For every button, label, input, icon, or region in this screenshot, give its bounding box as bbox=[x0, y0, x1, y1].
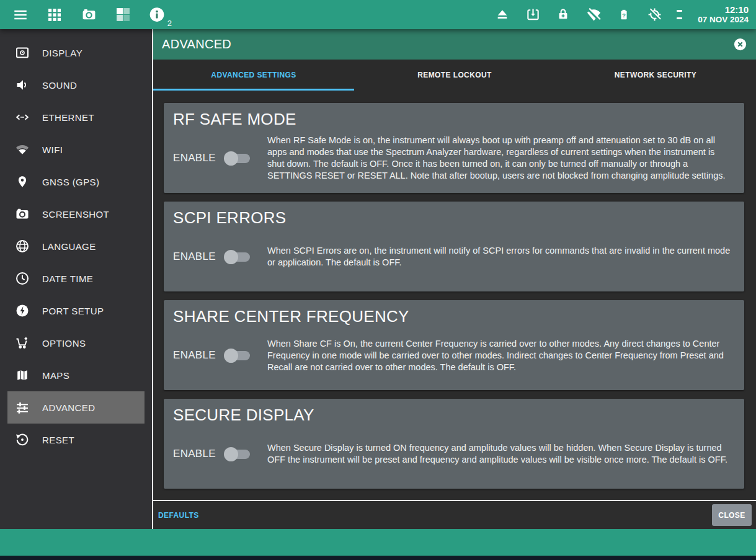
sidebar-item-label: DATE TIME bbox=[42, 273, 93, 284]
sidebar-item-advanced[interactable]: ADVANCED bbox=[7, 391, 145, 424]
enable-label: ENABLE bbox=[173, 251, 216, 263]
card-title: SCPI ERRORS bbox=[173, 207, 733, 228]
screenshot-camera-icon bbox=[15, 207, 30, 221]
sidebar-item-screenshot[interactable]: SCREENSHOT bbox=[7, 198, 145, 230]
eject-icon[interactable] bbox=[494, 6, 510, 22]
sidebar-item-label: GNSS (GPS) bbox=[42, 177, 99, 187]
share-center-frequency-card: SHARE CENTER FREQUENCY ENABLE When Share… bbox=[164, 300, 744, 390]
tab-label: REMOTE LOCKOUT bbox=[417, 71, 492, 88]
secure-display-card: SECURE DISPLAY ENABLE When Secure Displa… bbox=[164, 399, 744, 489]
scpi-errors-card: SCPI ERRORS ENABLE When SCPI Errors are … bbox=[164, 202, 744, 291]
panel-header: ADVANCED bbox=[153, 29, 756, 60]
close-button[interactable]: CLOSE bbox=[712, 504, 752, 526]
notification-count-badge: 2 bbox=[167, 19, 172, 28]
globe-icon bbox=[15, 239, 30, 254]
map-icon bbox=[15, 368, 30, 383]
panel-title: ADVANCED bbox=[162, 37, 231, 51]
location-pin-icon bbox=[15, 174, 30, 189]
speaker-icon bbox=[15, 78, 30, 92]
card-title: RF SAFE MODE bbox=[173, 109, 733, 130]
sidebar-item-label: WIFI bbox=[42, 144, 63, 155]
card-description: When Share CF is On, the current Center … bbox=[267, 338, 733, 373]
toggle-knob bbox=[224, 447, 238, 461]
tab-label: ADVANCED SETTINGS bbox=[211, 71, 296, 88]
advanced-settings-panel: ADVANCED ADVANCED SETTINGS REMOTE LOCKOU… bbox=[152, 29, 756, 529]
sidebar-item-label: ADVANCED bbox=[42, 402, 95, 413]
svg-text:?: ? bbox=[622, 12, 626, 19]
sidebar-item-maps[interactable]: MAPS bbox=[7, 359, 145, 391]
rf-safe-mode-card: RF SAFE MODE ENABLE When RF Safe Mode is… bbox=[164, 103, 744, 193]
settings-content: RF SAFE MODE ENABLE When RF Safe Mode is… bbox=[153, 99, 756, 500]
card-description: When RF Safe Mode is on, the instrument … bbox=[267, 135, 733, 182]
power-bolt-icon bbox=[15, 303, 30, 318]
bottom-green-bar bbox=[0, 529, 756, 556]
display-icon bbox=[15, 45, 30, 60]
status-dashes bbox=[677, 10, 682, 19]
sidebar-item-label: MAPS bbox=[42, 370, 69, 381]
toggle-knob bbox=[224, 349, 238, 363]
apps-grid-icon[interactable] bbox=[47, 7, 63, 23]
save-import-icon[interactable] bbox=[525, 6, 541, 22]
sidebar-item-label: RESET bbox=[42, 435, 74, 445]
tab-advanced-settings[interactable]: ADVANCED SETTINGS bbox=[153, 60, 354, 99]
sidebar-item-label: SCREENSHOT bbox=[42, 209, 109, 220]
sidebar-item-port-setup[interactable]: PORT SETUP bbox=[7, 295, 145, 327]
wifi-icon bbox=[15, 142, 30, 157]
sidebar-item-label: DISPLAY bbox=[42, 48, 82, 58]
ethernet-icon bbox=[15, 110, 30, 125]
sidebar-item-label: OPTIONS bbox=[42, 338, 86, 349]
bottom-edge-strip bbox=[0, 556, 756, 560]
lock-add-icon[interactable] bbox=[555, 6, 571, 22]
cart-add-icon bbox=[15, 336, 30, 350]
tab-remote-lockout[interactable]: REMOTE LOCKOUT bbox=[354, 60, 555, 99]
sidebar-item-wifi[interactable]: WIFI bbox=[7, 133, 145, 166]
sidebar-item-gnss[interactable]: GNSS (GPS) bbox=[7, 166, 145, 198]
menu-icon[interactable] bbox=[12, 7, 29, 23]
toggle-knob bbox=[224, 250, 238, 264]
enable-label: ENABLE bbox=[173, 448, 216, 460]
secure-display-toggle[interactable] bbox=[225, 450, 250, 459]
sidebar-item-sound[interactable]: SOUND bbox=[7, 69, 145, 101]
card-title: SHARE CENTER FREQUENCY bbox=[173, 306, 733, 327]
top-status-bar: 2 bbox=[0, 0, 756, 29]
clock-time: 12:10 bbox=[725, 4, 749, 15]
defaults-button[interactable]: DEFAULTS bbox=[158, 511, 199, 520]
sidebar-item-ethernet[interactable]: ETHERNET bbox=[7, 101, 145, 133]
gps-off-icon[interactable] bbox=[646, 6, 662, 22]
wifi-off-icon[interactable] bbox=[585, 6, 602, 22]
sidebar-item-display[interactable]: DISPLAY bbox=[7, 37, 145, 69]
sidebar-item-reset[interactable]: RESET bbox=[7, 424, 145, 456]
sidebar-item-label: PORT SETUP bbox=[42, 306, 104, 316]
rf-safe-mode-toggle[interactable] bbox=[225, 154, 250, 163]
tab-bar: ADVANCED SETTINGS REMOTE LOCKOUT NETWORK… bbox=[153, 60, 756, 99]
toggle-knob bbox=[224, 151, 238, 166]
sidebar-item-datetime[interactable]: DATE TIME bbox=[7, 262, 145, 295]
battery-unknown-icon[interactable]: ? bbox=[616, 6, 632, 22]
sidebar-item-label: ETHERNET bbox=[42, 112, 94, 123]
sidebar-item-label: SOUND bbox=[42, 80, 77, 91]
card-description: When SCPI Errors are on, the instrument … bbox=[267, 245, 733, 269]
clock: 12:10 07 NOV 2024 bbox=[696, 4, 749, 25]
enable-label: ENABLE bbox=[173, 152, 216, 164]
sidebar-item-language[interactable]: LANGUAGE bbox=[7, 230, 145, 262]
info-notifications-icon[interactable]: 2 bbox=[149, 7, 165, 23]
card-title: SECURE DISPLAY bbox=[173, 404, 733, 425]
camera-icon[interactable] bbox=[81, 7, 97, 23]
tab-network-security[interactable]: NETWORK SECURITY bbox=[555, 60, 756, 99]
settings-sidebar: DISPLAY SOUND ETHERNET bbox=[0, 29, 152, 529]
close-icon[interactable] bbox=[734, 38, 747, 51]
share-center-frequency-toggle[interactable] bbox=[225, 351, 250, 360]
sliders-icon bbox=[15, 400, 30, 415]
card-description: When Secure Display is turned ON frequen… bbox=[267, 442, 733, 466]
scpi-errors-toggle[interactable] bbox=[225, 252, 250, 262]
display-capture-icon[interactable] bbox=[115, 7, 131, 23]
sidebar-item-label: LANGUAGE bbox=[42, 241, 96, 252]
reset-restore-icon bbox=[15, 432, 30, 447]
sidebar-item-options[interactable]: OPTIONS bbox=[7, 327, 145, 359]
tab-label: NETWORK SECURITY bbox=[615, 71, 696, 88]
clock-date: 07 NOV 2024 bbox=[698, 15, 749, 25]
clock-icon bbox=[15, 271, 30, 286]
panel-footer: DEFAULTS CLOSE bbox=[153, 500, 756, 529]
enable-label: ENABLE bbox=[173, 349, 216, 362]
